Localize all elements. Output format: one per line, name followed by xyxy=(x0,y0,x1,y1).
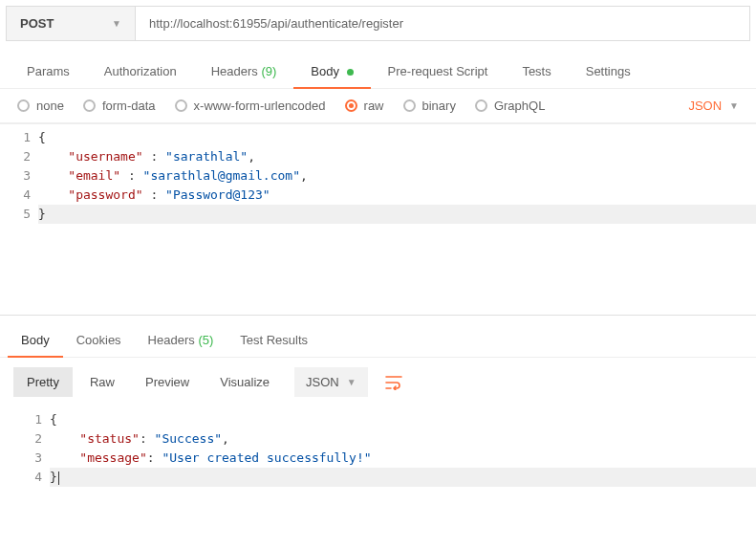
pretty-button[interactable]: Pretty xyxy=(13,367,73,397)
tab-body-label: Body xyxy=(311,64,339,78)
radio-raw[interactable]: raw xyxy=(345,99,384,113)
url-input[interactable] xyxy=(136,7,749,40)
preview-button[interactable]: Preview xyxy=(132,367,203,397)
body-type-selector: none form-data x-www-form-urlencoded raw… xyxy=(0,89,756,123)
raw-button[interactable]: Raw xyxy=(76,367,128,397)
tab-headers-label: Headers xyxy=(211,64,258,78)
chevron-down-icon: ▼ xyxy=(347,377,356,387)
response-section: Body Cookies Headers (5) Test Results Pr… xyxy=(0,315,756,491)
response-format-value: JSON xyxy=(306,375,339,389)
radio-binary[interactable]: binary xyxy=(403,99,456,113)
resp-tab-test-results[interactable]: Test Results xyxy=(227,323,321,357)
radio-none[interactable]: none xyxy=(17,99,64,113)
response-format-select[interactable]: JSON ▼ xyxy=(294,367,368,397)
body-format-select[interactable]: JSON ▼ xyxy=(688,99,739,113)
request-url-bar: POST ▼ xyxy=(6,6,750,41)
tab-body[interactable]: Body xyxy=(293,55,370,88)
wrap-lines-icon[interactable] xyxy=(385,375,402,390)
method-value: POST xyxy=(20,16,54,31)
radio-icon xyxy=(403,99,416,112)
chevron-down-icon: ▼ xyxy=(729,100,739,111)
radio-icon xyxy=(345,99,357,112)
resp-tab-body[interactable]: Body xyxy=(8,323,63,357)
resp-tab-headers[interactable]: Headers (5) xyxy=(135,323,227,357)
tab-tests[interactable]: Tests xyxy=(505,55,568,88)
response-toolbar: Pretty Raw Preview Visualize JSON ▼ xyxy=(0,358,756,406)
line-gutter: 1 2 3 4 xyxy=(0,406,50,491)
code-content: { "username" : "sarathlal", "email" : "s… xyxy=(38,124,756,228)
radio-form-data[interactable]: form-data xyxy=(83,99,156,113)
tab-settings[interactable]: Settings xyxy=(569,55,648,88)
chevron-down-icon: ▼ xyxy=(112,18,121,29)
tab-authorization[interactable]: Authorization xyxy=(87,55,194,88)
radio-icon xyxy=(175,99,187,112)
text-cursor xyxy=(58,471,59,485)
radio-icon xyxy=(475,99,487,112)
visualize-button[interactable]: Visualize xyxy=(206,367,283,397)
headers-count: (9) xyxy=(261,64,276,78)
body-indicator-icon xyxy=(347,69,354,76)
code-content: { "status": "Success", "message": "User … xyxy=(50,406,756,491)
resp-tab-cookies[interactable]: Cookies xyxy=(63,323,135,357)
method-select[interactable]: POST ▼ xyxy=(7,7,136,40)
radio-graphql[interactable]: GraphQL xyxy=(475,99,545,113)
response-body-viewer[interactable]: 1 2 3 4 { "status": "Success", "message"… xyxy=(0,406,756,491)
radio-icon xyxy=(83,99,96,112)
resp-headers-count: (5) xyxy=(198,333,213,347)
resp-headers-label: Headers xyxy=(148,333,195,347)
tab-pre-request[interactable]: Pre-request Script xyxy=(371,55,506,88)
tab-headers[interactable]: Headers (9) xyxy=(194,55,294,88)
response-tabs: Body Cookies Headers (5) Test Results xyxy=(0,316,756,358)
radio-icon xyxy=(17,99,30,112)
request-tabs: Params Authorization Headers (9) Body Pr… xyxy=(0,47,756,89)
radio-urlencoded[interactable]: x-www-form-urlencoded xyxy=(175,99,326,113)
line-gutter: 1 2 3 4 5 xyxy=(0,124,38,228)
tab-params[interactable]: Params xyxy=(10,55,87,88)
request-body-editor[interactable]: 1 2 3 4 5 { "username" : "sarathlal", "e… xyxy=(0,123,756,305)
body-format-value: JSON xyxy=(688,99,722,113)
